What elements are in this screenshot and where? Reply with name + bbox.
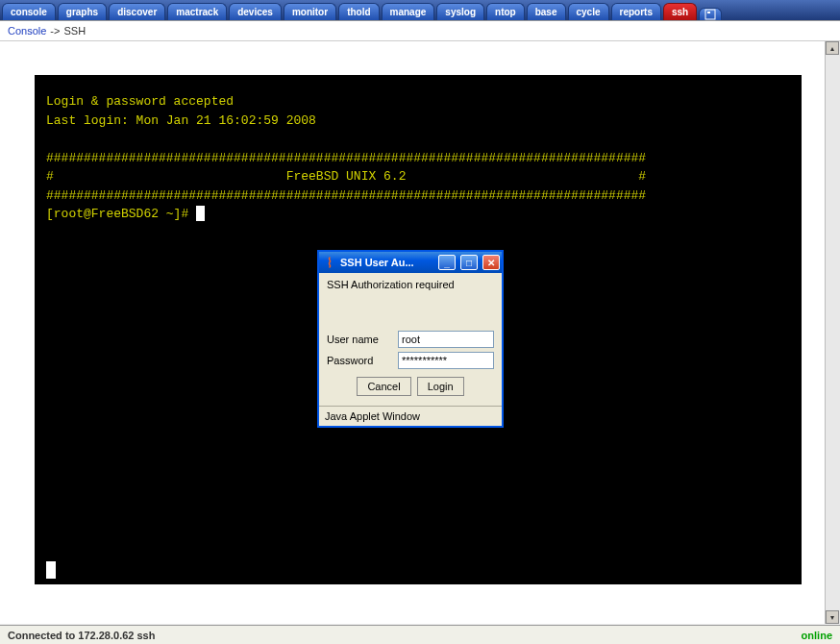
login-button[interactable]: Login: [417, 377, 464, 396]
ssh-auth-dialog: SSH User Au... _ □ ✕ SSH Authorization r…: [317, 250, 504, 428]
terminal-prompt: [root@FreeBSD62 ~]#: [46, 207, 196, 221]
status-bar: Connected to 172.28.0.62 ssh online: [0, 625, 840, 644]
tab-reports[interactable]: reports: [611, 3, 661, 20]
breadcrumb-current: SSH: [63, 25, 86, 37]
vertical-scrollbar[interactable]: ▴ ▾: [825, 41, 840, 624]
terminal-bottom-cursor-block: [46, 561, 56, 579]
dialog-body: SSH Authorization required User name Pas…: [319, 273, 502, 406]
tab-monitor[interactable]: monitor: [284, 3, 336, 20]
tab-ntop[interactable]: ntop: [486, 3, 525, 20]
scroll-down-button[interactable]: ▾: [826, 610, 839, 624]
tab-manage[interactable]: manage: [382, 3, 435, 20]
password-input[interactable]: [398, 352, 494, 369]
svg-rect-1: [707, 12, 710, 13]
terminal-line-last-login: Last login: Mon Jan 21 16:02:59 2008: [46, 113, 316, 128]
tab-base[interactable]: base: [527, 3, 566, 20]
tab-graphs[interactable]: graphs: [58, 3, 107, 20]
tab-thold[interactable]: thold: [338, 3, 379, 20]
dialog-footer: Java Applet Window: [319, 406, 502, 426]
terminal-line-border-bottom: ########################################…: [46, 188, 646, 203]
dialog-titlebar[interactable]: SSH User Au... _ □ ✕: [319, 252, 502, 273]
cancel-button[interactable]: Cancel: [357, 377, 410, 396]
tab-mactrack[interactable]: mactrack: [167, 3, 227, 20]
tab-cycle[interactable]: cycle: [568, 3, 609, 20]
close-button[interactable]: ✕: [482, 255, 500, 270]
tab-extra-icon[interactable]: [699, 8, 722, 20]
tab-discover[interactable]: discover: [109, 3, 165, 20]
status-online: online: [802, 630, 832, 641]
terminal-cursor: [196, 206, 205, 221]
terminal-line-border-top: ########################################…: [46, 151, 646, 165]
tab-syslog[interactable]: syslog: [436, 3, 484, 20]
dialog-title: SSH User Au...: [340, 257, 433, 268]
breadcrumb-separator: ->: [50, 25, 60, 37]
breadcrumb: Console -> SSH: [0, 21, 840, 41]
scroll-up-button[interactable]: ▴: [826, 41, 839, 55]
tab-bar: console graphs discover mactrack devices…: [0, 0, 840, 21]
tab-ssh[interactable]: ssh: [663, 3, 697, 20]
username-input[interactable]: [398, 331, 494, 348]
maximize-button[interactable]: □: [460, 255, 478, 270]
breadcrumb-console-link[interactable]: Console: [8, 25, 46, 37]
minimize-button[interactable]: _: [438, 255, 456, 270]
tab-console[interactable]: console: [2, 3, 56, 20]
tab-devices[interactable]: devices: [229, 3, 282, 20]
svg-rect-0: [705, 10, 715, 19]
terminal-line-login-accepted: Login & password accepted: [46, 94, 234, 109]
username-label: User name: [327, 334, 394, 345]
java-icon: [323, 256, 336, 269]
dialog-message: SSH Authorization required: [327, 279, 494, 290]
password-label: Password: [327, 355, 394, 366]
terminal-line-banner: # FreeBSD UNIX 6.2 #: [46, 169, 646, 184]
status-connection: Connected to 172.28.0.62 ssh: [8, 630, 155, 641]
